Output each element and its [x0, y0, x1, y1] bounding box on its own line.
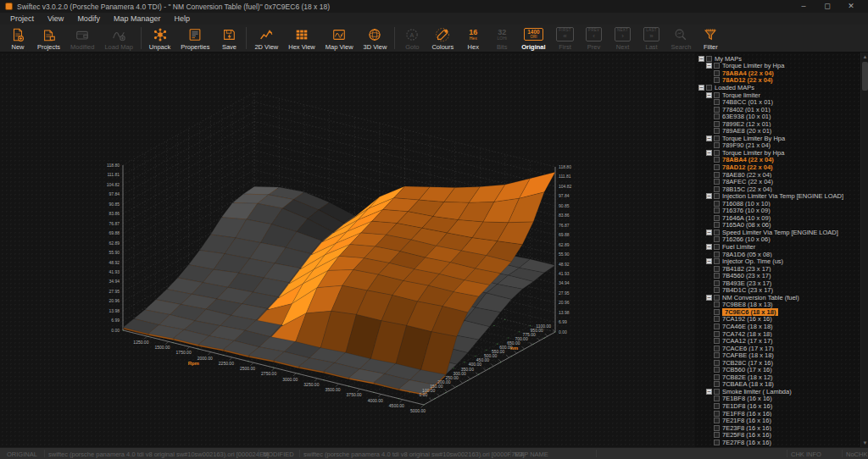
expander-minus-icon[interactable]: –: [698, 85, 704, 91]
tree-scrollbar[interactable]: ▲ ▼: [860, 53, 868, 447]
tree-map-row[interactable]: 7CA742 (18 x 18): [697, 330, 860, 338]
tree-checkbox[interactable]: [706, 56, 712, 62]
new-button[interactable]: New: [3, 25, 32, 52]
tree-map-row[interactable]: 78AD12 (22 x 04): [697, 163, 860, 171]
filter-button[interactable]: Filter: [696, 25, 725, 52]
menu-project[interactable]: Project: [3, 14, 41, 23]
tree-checkbox[interactable]: [714, 142, 720, 148]
expander-minus-icon[interactable]: –: [706, 230, 712, 235]
original-button[interactable]: 1400ORIOriginal: [516, 25, 550, 52]
tree-checkbox[interactable]: [714, 287, 720, 293]
tree-checkbox[interactable]: [714, 222, 720, 228]
menu-map-manager[interactable]: Map Manager: [107, 14, 168, 23]
tree-checkbox[interactable]: [714, 236, 720, 242]
tree-checkbox[interactable]: [714, 352, 720, 358]
tree-group-row[interactable]: –Injection Limiter Via Temp [ENGINE LOAD…: [697, 192, 860, 200]
hex-button[interactable]: 16HexHex: [459, 25, 487, 52]
tree-map-row[interactable]: 7899E2 (12 x 01): [697, 120, 860, 128]
tree-checkbox[interactable]: [714, 389, 720, 395]
expander-minus-icon[interactable]: –: [706, 295, 712, 301]
tree-checkbox[interactable]: [714, 403, 720, 409]
expander-minus-icon[interactable]: –: [706, 258, 712, 264]
tree-checkbox[interactable]: [714, 215, 720, 221]
tree-checkbox[interactable]: [714, 186, 720, 192]
save-button[interactable]: Save: [214, 25, 243, 52]
tree-map-row[interactable]: 789AE8 (20 x 01): [697, 127, 860, 135]
tree-map-row[interactable]: 7CAFBE (18 x 18): [697, 351, 860, 359]
tree-checkbox[interactable]: [714, 331, 720, 337]
tree-map-row[interactable]: 7CAA12 (17 x 17): [697, 337, 860, 345]
tree-group-row[interactable]: –Torque limiter: [697, 91, 860, 99]
tree-checkbox[interactable]: [714, 121, 720, 127]
tree-map-row[interactable]: 63E938 (10 x 01): [697, 113, 860, 120]
tree-group-row[interactable]: –Torque Limiter by Hpa: [697, 149, 860, 157]
expander-minus-icon[interactable]: –: [706, 150, 712, 156]
tree-map-row[interactable]: 7E23F8 (16 x 16): [697, 424, 860, 432]
tree-checkbox[interactable]: [714, 179, 720, 185]
menu-help[interactable]: Help: [167, 14, 197, 23]
tree-checkbox[interactable]: [714, 135, 720, 141]
tree-checkbox[interactable]: [714, 77, 720, 83]
tree-checkbox[interactable]: [714, 193, 720, 199]
expander-minus-icon[interactable]: –: [706, 389, 712, 395]
tree-map-row[interactable]: 7CB560 (17 x 16): [697, 367, 860, 374]
tree-checkbox[interactable]: [714, 99, 720, 105]
tree-group-row[interactable]: –Injector Op. Time (us): [697, 257, 860, 265]
tree-checkbox[interactable]: [714, 107, 720, 113]
tree-checkbox[interactable]: [714, 157, 720, 163]
tree-map-row[interactable]: 71646A (10 x 09): [697, 214, 860, 222]
tree-checkbox[interactable]: [714, 252, 720, 257]
tree-map-row[interactable]: 7E1FF8 (16 x 16): [697, 410, 860, 418]
expander-minus-icon[interactable]: –: [706, 135, 712, 141]
tree-map-row[interactable]: 78ABA4 (22 x 04): [697, 157, 860, 164]
tree-group-row[interactable]: –Fuel Limiter: [697, 243, 860, 251]
tree-map-row[interactable]: 7CB82E (18 x 12): [697, 373, 860, 381]
tree-checkbox[interactable]: [714, 172, 720, 178]
tree-map-row[interactable]: 7B4182 (23 x 17): [697, 265, 860, 273]
unpack-button[interactable]: Unpack: [144, 25, 175, 52]
tree-map-row[interactable]: 7C9EC6 (18 x 18): [697, 308, 860, 316]
tree-group-row[interactable]: –Loaded MAPs: [697, 84, 860, 91]
tree-checkbox[interactable]: [714, 440, 720, 445]
tree-checkbox[interactable]: [714, 367, 720, 373]
tree-group-row[interactable]: –My MAPs: [697, 55, 860, 63]
minimize-button[interactable]: –: [792, 0, 815, 13]
tree-checkbox[interactable]: [714, 63, 720, 69]
tree-checkbox[interactable]: [714, 418, 720, 423]
tree-checkbox[interactable]: [714, 150, 720, 156]
tree-checkbox[interactable]: [714, 280, 720, 286]
tree-checkbox[interactable]: [714, 425, 720, 431]
tree-checkbox[interactable]: [714, 338, 720, 344]
tree-checkbox[interactable]: [714, 258, 720, 264]
tree-checkbox[interactable]: [714, 316, 720, 322]
map-view-button[interactable]: Map View: [320, 25, 359, 52]
tree-map-row[interactable]: 7CA192 (16 x 16): [697, 316, 860, 324]
tree-map-row[interactable]: 7B4560 (23 x 17): [697, 272, 860, 279]
tree-checkbox[interactable]: [714, 432, 720, 438]
2d-view-button[interactable]: 2D View: [249, 25, 283, 52]
tree-map-row[interactable]: 7E27F8 (16 x 16): [697, 439, 860, 446]
tree-group-row[interactable]: –Smoke limiter ( Lambda): [697, 388, 860, 395]
tree-checkbox[interactable]: [714, 92, 720, 98]
expander-minus-icon[interactable]: –: [706, 63, 712, 69]
tree-checkbox[interactable]: [714, 381, 720, 387]
tree-map-row[interactable]: 78ABA4 (22 x 04): [697, 69, 860, 77]
maximize-button[interactable]: ◻: [815, 0, 839, 13]
expander-minus-icon[interactable]: –: [706, 244, 712, 250]
tree-map-row[interactable]: 7E25F8 (16 x 16): [697, 431, 860, 439]
tree-map-row[interactable]: 778402 (01 x 01): [697, 106, 860, 113]
tree-checkbox[interactable]: [714, 346, 720, 351]
colours-button[interactable]: Colours: [426, 25, 459, 52]
tree-checkbox[interactable]: [714, 374, 720, 380]
tree-checkbox[interactable]: [714, 207, 720, 213]
scroll-down-icon[interactable]: ▼: [861, 439, 868, 447]
tree-map-row[interactable]: 7CBAEA (18 x 18): [697, 381, 860, 389]
tree-map-row[interactable]: 7C9BE8 (18 x 13): [697, 301, 860, 309]
3d-surface-chart[interactable]: 118.80118.80111.81111.81104.82104.8297.8…: [0, 53, 695, 447]
close-button[interactable]: ✕: [839, 0, 863, 13]
expander-minus-icon[interactable]: –: [706, 193, 712, 199]
tree-map-row[interactable]: 7CB28C (17 x 16): [697, 359, 860, 367]
tree-checkbox[interactable]: [714, 70, 720, 76]
hex-view-button[interactable]: Hex View: [283, 25, 320, 52]
tree-checkbox[interactable]: [714, 360, 720, 366]
